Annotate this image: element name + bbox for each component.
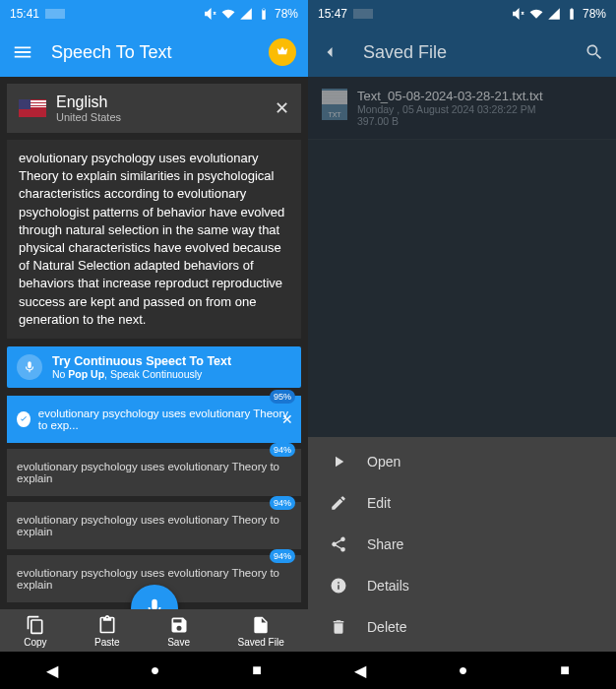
copy-button[interactable]: Copy bbox=[24, 615, 46, 648]
signal-icon bbox=[547, 7, 561, 21]
txt-file-icon: TXT bbox=[322, 89, 347, 120]
confidence-badge: 94% bbox=[270, 496, 295, 510]
file-name: Text_05-08-2024-03-28-21.txt.txt bbox=[357, 89, 602, 103]
mic-icon bbox=[17, 354, 42, 380]
mute-icon bbox=[512, 7, 525, 21]
status-bar: 15:41 78% bbox=[0, 0, 308, 28]
language-name: English bbox=[56, 94, 265, 111]
placeholder-icon bbox=[45, 9, 65, 19]
screen-saved-file: 15:47 78% Saved File TXT Text_05-08-2024… bbox=[308, 0, 616, 689]
history-item[interactable]: evolutionary psychology uses evolutionar… bbox=[7, 396, 301, 443]
paste-button[interactable]: Paste bbox=[94, 615, 120, 648]
system-nav: ◀ ● ■ bbox=[308, 652, 616, 689]
mute-icon bbox=[204, 7, 217, 21]
check-icon bbox=[17, 411, 31, 427]
history-item[interactable]: evolutionary psychology uses evolutionar… bbox=[7, 502, 301, 549]
save-button[interactable]: Save bbox=[167, 615, 190, 648]
placeholder-icon bbox=[353, 9, 373, 19]
context-menu: Open Edit Share Details Delete bbox=[308, 437, 616, 652]
svg-rect-0 bbox=[45, 9, 65, 19]
promo-title: Try Continuous Speect To Text bbox=[52, 354, 231, 368]
confidence-badge: 94% bbox=[270, 549, 295, 563]
language-sub: United States bbox=[56, 111, 265, 123]
battery-text: 78% bbox=[275, 7, 298, 21]
back-icon[interactable]: ◀ bbox=[46, 661, 58, 680]
status-bar: 15:47 78% bbox=[308, 0, 616, 28]
menu-icon[interactable] bbox=[12, 41, 33, 63]
file-date: Monday , 05 August 2024 03:28:22 PM bbox=[357, 103, 602, 115]
toolbar-title: Saved File bbox=[363, 42, 585, 63]
battery-icon bbox=[257, 7, 271, 21]
battery-text: 78% bbox=[583, 7, 606, 21]
svg-rect-2 bbox=[353, 9, 373, 19]
screen-speech-to-text: 15:41 78% Speech To Text English United … bbox=[0, 0, 308, 689]
file-item[interactable]: TXT Text_05-08-2024-03-28-21.txt.txt Mon… bbox=[308, 77, 616, 140]
bottom-nav: Copy Paste Save Saved File bbox=[0, 609, 308, 652]
premium-button[interactable] bbox=[269, 38, 296, 66]
clear-icon[interactable]: ✕ bbox=[281, 411, 293, 427]
promo-sub: No Pop Up, Speak Continuously bbox=[52, 368, 231, 380]
menu-share[interactable]: Share bbox=[308, 524, 616, 565]
svg-rect-1 bbox=[263, 9, 265, 11]
transcription-text[interactable]: evolutionary psychology uses evolutionar… bbox=[7, 140, 301, 339]
history-list: evolutionary psychology uses evolutionar… bbox=[7, 396, 301, 602]
status-time: 15:47 bbox=[318, 7, 347, 21]
back-icon[interactable] bbox=[320, 42, 339, 62]
home-icon[interactable]: ● bbox=[151, 661, 160, 679]
history-item[interactable]: evolutionary psychology uses evolutionar… bbox=[7, 449, 301, 496]
status-time: 15:41 bbox=[10, 7, 39, 21]
battery-icon bbox=[565, 7, 579, 21]
saved-file-button[interactable]: Saved File bbox=[237, 615, 283, 648]
menu-details[interactable]: Details bbox=[308, 565, 616, 606]
signal-icon bbox=[239, 7, 253, 21]
confidence-badge: 94% bbox=[270, 443, 295, 457]
toolbar: Speech To Text bbox=[0, 28, 308, 77]
wifi-icon bbox=[221, 7, 235, 21]
home-icon[interactable]: ● bbox=[459, 661, 468, 679]
confidence-badge: 95% bbox=[270, 390, 295, 404]
toolbar-title: Speech To Text bbox=[51, 42, 269, 63]
menu-delete[interactable]: Delete bbox=[308, 606, 616, 648]
flag-icon bbox=[19, 99, 46, 117]
recent-icon[interactable]: ■ bbox=[560, 661, 570, 679]
close-icon[interactable]: ✕ bbox=[275, 97, 289, 119]
language-selector[interactable]: English United States ✕ bbox=[7, 84, 301, 133]
search-icon[interactable] bbox=[585, 42, 604, 62]
toolbar: Saved File bbox=[308, 28, 616, 77]
system-nav: ◀ ● ■ bbox=[0, 652, 308, 689]
recent-icon[interactable]: ■ bbox=[252, 661, 262, 679]
file-size: 397.00 B bbox=[357, 115, 602, 127]
menu-open[interactable]: Open bbox=[308, 441, 616, 482]
file-list: TXT Text_05-08-2024-03-28-21.txt.txt Mon… bbox=[308, 77, 616, 140]
back-icon[interactable]: ◀ bbox=[354, 661, 366, 680]
menu-edit[interactable]: Edit bbox=[308, 482, 616, 524]
promo-banner[interactable]: Try Continuous Speect To Text No Pop Up,… bbox=[7, 346, 301, 388]
wifi-icon bbox=[529, 7, 543, 21]
